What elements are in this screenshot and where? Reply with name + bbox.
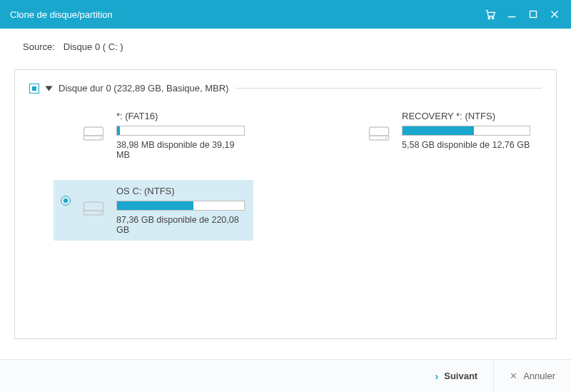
usage-bar (116, 201, 245, 211)
disk-panel: Disque dur 0 (232,89 GB, Basique, MBR) *… (14, 69, 557, 339)
disk-title: Disque dur 0 (232,89 GB, Basique, MBR) (59, 83, 228, 94)
svg-rect-3 (530, 11, 537, 18)
partition-item[interactable]: *: (FAT16)38,98 MB disponible de 39,19 M… (54, 105, 253, 166)
next-button[interactable]: › Suivant (420, 360, 494, 392)
partition-item[interactable]: RECOVERY *: (NTFS)5,58 GB disponible de … (339, 105, 539, 166)
drive-icon (81, 198, 106, 218)
svg-point-1 (492, 17, 493, 19)
svg-point-9 (385, 137, 387, 139)
svg-point-7 (100, 137, 101, 139)
partition-subtitle: 38,98 MB disponible de 39,19 MB (116, 140, 246, 160)
window-controls (484, 8, 561, 21)
close-icon: ✕ (510, 371, 517, 381)
maximize-button[interactable] (527, 8, 540, 21)
drive-icon (81, 124, 106, 144)
minimize-button[interactable] (505, 8, 518, 21)
partition-title: *: (FAT16) (116, 111, 246, 121)
svg-point-0 (488, 17, 490, 19)
partition-subtitle: 87,36 GB disponible de 220,08 GB (116, 215, 246, 235)
chevron-right-icon: › (435, 371, 439, 382)
cancel-button[interactable]: ✕ Annuler (493, 360, 571, 392)
next-label: Suivant (444, 371, 477, 381)
usage-bar (402, 126, 530, 136)
footer: › Suivant ✕ Annuler (0, 359, 571, 392)
partitions-container: *: (FAT16)38,98 MB disponible de 39,19 M… (29, 105, 542, 241)
source-label: Source: (23, 41, 55, 52)
partition-title: RECOVERY *: (NTFS) (402, 111, 532, 121)
divider (236, 88, 542, 89)
drive-icon (366, 124, 392, 144)
partition-radio[interactable] (61, 196, 71, 206)
cart-icon[interactable] (484, 8, 497, 21)
disk-group-header[interactable]: Disque dur 0 (232,89 GB, Basique, MBR) (29, 83, 542, 94)
partition-item[interactable]: OS C: (NTFS)87,36 GB disponible de 220,0… (54, 180, 253, 241)
partition-subtitle: 5,58 GB disponible de 12,76 GB (402, 140, 532, 150)
close-button[interactable] (548, 8, 561, 21)
usage-bar (116, 126, 245, 136)
source-value: Disque 0 ( C: ) (64, 41, 123, 52)
collapse-icon[interactable] (46, 86, 53, 91)
disk-checkbox[interactable] (29, 84, 39, 94)
partition-title: OS C: (NTFS) (116, 186, 246, 196)
source-row: Source: Disque 0 ( C: ) (0, 29, 571, 59)
cancel-label: Annuler (523, 371, 555, 381)
window-title: Clone de disque/partition (10, 9, 484, 20)
svg-point-11 (100, 212, 101, 213)
title-bar: Clone de disque/partition (0, 0, 571, 29)
